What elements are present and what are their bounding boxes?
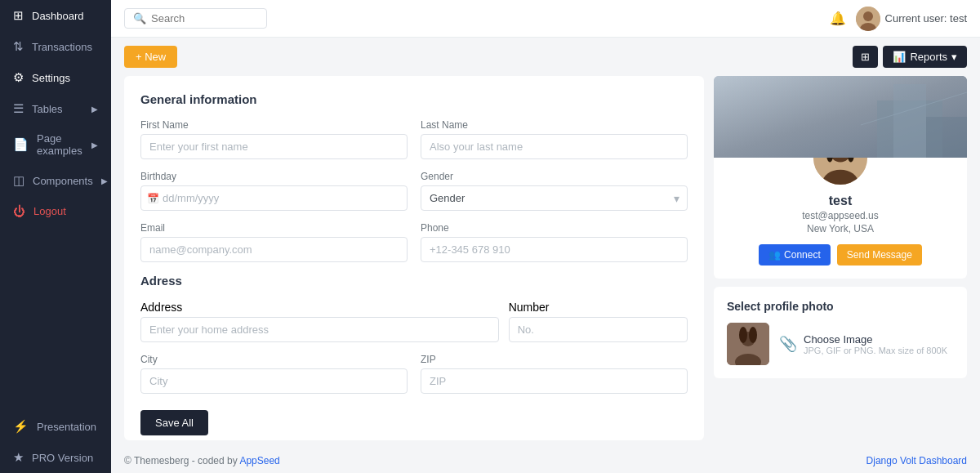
sidebar-item-label: Settings <box>32 72 70 84</box>
email-input[interactable] <box>140 237 408 262</box>
last-name-group: Last Name <box>421 119 688 159</box>
sidebar: ⊞ Dashboard ⇅ Transactions ⚙ Settings ☰ … <box>0 0 111 473</box>
number-label: Number <box>509 301 688 314</box>
connect-icon: 👥 <box>768 249 781 261</box>
photo-upload-text-area: Choose Image JPG, GIF or PNG. Max size o… <box>804 333 947 355</box>
general-info-title: General information <box>140 92 688 106</box>
content-area: General information First Name Last Name… <box>111 76 980 448</box>
email-label: Email <box>140 222 408 234</box>
phone-label: Phone <box>421 222 688 234</box>
number-group: Number <box>509 301 688 342</box>
sidebar-item-presentation[interactable]: ⚡ Presentation <box>0 411 111 442</box>
appseed-link[interactable]: AppSeed <box>239 455 279 466</box>
svg-point-1 <box>863 11 873 21</box>
sidebar-item-label: Dashboard <box>32 10 84 22</box>
sidebar-item-page-examples[interactable]: 📄 Page examples ▶ <box>0 124 111 165</box>
save-button[interactable]: Save All <box>140 410 208 435</box>
sidebar-item-label: Presentation <box>37 421 96 433</box>
dashboard-icon: ⊞ <box>13 8 24 23</box>
pro-version-icon: ★ <box>13 450 24 465</box>
city-label: City <box>140 354 408 365</box>
page-examples-chevron-icon: ▶ <box>91 141 98 149</box>
django-link[interactable]: Django Volt Dashboard <box>866 455 967 466</box>
sidebar-item-label: Logout <box>33 205 66 217</box>
city-zip-row: City ZIP <box>140 354 688 394</box>
logout-icon: ⏻ <box>13 204 25 218</box>
number-input[interactable] <box>509 317 688 342</box>
gender-label: Gender <box>421 171 688 182</box>
phone-input[interactable] <box>421 237 688 262</box>
sidebar-item-label: PRO Version <box>32 452 93 464</box>
settings-icon: ⚙ <box>13 70 24 85</box>
sidebar-item-pro-version[interactable]: ★ PRO Version <box>0 442 111 473</box>
table-view-button[interactable]: ⊞ <box>853 46 878 68</box>
sidebar-item-logout[interactable]: ⏻ Logout <box>0 196 111 226</box>
address-title: Adress <box>140 274 688 288</box>
footer-left: © Themesberg - coded by AppSeed <box>124 455 280 466</box>
sidebar-item-settings[interactable]: ⚙ Settings <box>0 62 111 93</box>
search-box[interactable]: 🔍 <box>124 8 267 29</box>
birthday-label: Birthday <box>140 171 408 182</box>
chart-icon: 📊 <box>893 51 906 63</box>
address-number-row: Address Number <box>140 301 688 342</box>
gender-group: Gender Gender Male Female Other ▾ <box>421 171 688 211</box>
first-name-input[interactable] <box>140 134 408 159</box>
search-icon: 🔍 <box>133 12 146 25</box>
form-card: General information First Name Last Name… <box>124 76 704 440</box>
page-examples-icon: 📄 <box>13 137 29 152</box>
tables-chevron-icon: ▶ <box>91 105 98 114</box>
avatar-wrapper[interactable]: Current user: test <box>856 7 967 31</box>
avatar <box>856 7 880 31</box>
sidebar-item-transactions[interactable]: ⇅ Transactions <box>0 31 111 62</box>
email-group: Email <box>140 222 408 262</box>
gender-select[interactable]: Gender Male Female Other <box>421 185 688 211</box>
photo-upload-row: 📎 Choose Image JPG, GIF or PNG. Max size… <box>727 323 954 365</box>
sidebar-item-label: Transactions <box>32 41 92 53</box>
main-content: 🔍 🔔 Current user: test + New ⊞ <box>111 0 980 473</box>
city-group: City <box>140 354 408 394</box>
components-icon: ◫ <box>13 173 24 188</box>
profile-name: test <box>829 194 852 208</box>
reports-button[interactable]: 📊 Reports ▾ <box>883 46 967 68</box>
topbar-right: 🔔 Current user: test <box>830 7 967 31</box>
search-input[interactable] <box>151 12 258 25</box>
current-user-label: Current user: test <box>885 12 967 25</box>
footer: © Themesberg - coded by AppSeed Django V… <box>111 448 980 473</box>
last-name-input[interactable] <box>421 134 688 159</box>
zip-label: ZIP <box>421 354 688 365</box>
connect-button[interactable]: 👥 Connect <box>759 244 831 266</box>
photo-upload-info: 📎 Choose Image JPG, GIF or PNG. Max size… <box>779 333 954 355</box>
first-name-group: First Name <box>140 119 408 159</box>
photo-thumbnail <box>727 323 769 365</box>
sidebar-item-dashboard[interactable]: ⊞ Dashboard <box>0 0 111 31</box>
address-label: Address <box>140 301 499 314</box>
profile-email: test@appseed.us <box>802 210 879 221</box>
sidebar-item-label: Page examples <box>37 132 83 157</box>
address-input[interactable] <box>140 317 499 342</box>
gender-select-wrapper: Gender Male Female Other ▾ <box>421 185 688 211</box>
sidebar-item-tables[interactable]: ☰ Tables ▶ <box>0 93 111 124</box>
paperclip-icon[interactable]: 📎 <box>779 335 797 353</box>
photo-card: Select profile photo 📎 <box>714 287 967 378</box>
choose-image-label: Choose Image <box>804 333 947 346</box>
transactions-icon: ⇅ <box>13 39 24 54</box>
birthday-group: Birthday 📅 <box>140 171 408 211</box>
profile-actions: 👥 Connect Send Message <box>759 244 922 266</box>
name-row: First Name Last Name <box>140 119 688 159</box>
send-message-button[interactable]: Send Message <box>837 244 922 266</box>
new-button[interactable]: + New <box>124 46 177 68</box>
action-bar: + New ⊞ 📊 Reports ▾ <box>111 38 980 76</box>
sidebar-item-components[interactable]: ◫ Components ▶ <box>0 165 111 196</box>
photo-card-title: Select profile photo <box>727 300 954 313</box>
city-input[interactable] <box>140 368 408 394</box>
sidebar-item-label: Components <box>33 175 93 187</box>
address-group: Address <box>140 301 499 342</box>
birthday-input[interactable] <box>140 185 408 211</box>
zip-input[interactable] <box>421 368 688 394</box>
profile-top: test test@appseed.us New York, USA 👥 Con… <box>714 76 967 279</box>
svg-point-18 <box>749 327 757 343</box>
bell-icon[interactable]: 🔔 <box>830 11 846 26</box>
birthday-gender-row: Birthday 📅 Gender Gender Male Female Oth… <box>140 171 688 211</box>
svg-rect-6 <box>926 117 967 158</box>
calendar-icon: 📅 <box>147 193 159 204</box>
